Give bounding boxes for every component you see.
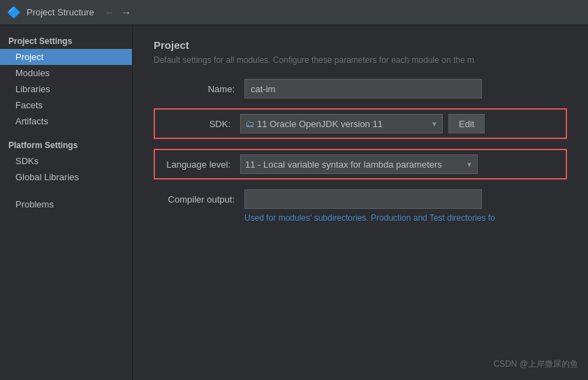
sidebar-item-global-libraries[interactable]: Global Libraries [0,169,132,185]
language-level-select[interactable]: 11 - Local variable syntax for lambda pa… [240,154,478,174]
sidebar-item-artifacts[interactable]: Artifacts [0,113,132,129]
sidebar-item-project[interactable]: Project [0,49,132,65]
platform-settings-header: Platform Settings [0,136,132,153]
sidebar-item-facets[interactable]: Facets [0,97,132,113]
content-area: Project Default settings for all modules… [133,25,588,380]
name-label: Name: [154,84,244,94]
forward-button[interactable]: → [119,6,133,20]
title-bar: 🔷 Project Structure ← → [0,0,588,25]
sidebar: Project Settings Project Modules Librari… [0,25,133,380]
sdk-select[interactable]: 🗂 11 Oracle OpenJDK version 11 ▼ [240,114,443,133]
sidebar-item-sdks[interactable]: SDKs [0,153,132,169]
compiler-output-row: Compiler output: [154,189,567,209]
back-button[interactable]: ← [103,6,117,20]
name-field [244,79,567,98]
sdk-dropdown-arrow: ▼ [431,120,438,128]
sidebar-item-problems[interactable]: Problems [0,196,132,212]
name-input[interactable] [244,79,482,98]
sidebar-item-libraries[interactable]: Libraries [0,81,132,97]
sdk-value: 11 Oracle OpenJDK version 11 [257,119,431,129]
app-icon: 🔷 [7,6,21,19]
content-title: Project [154,39,567,51]
language-level-label: Language level: [161,159,240,170]
compiler-output-label: Compiler output: [154,194,244,205]
compiler-hint: Used for modules' subdirectories. Produc… [244,213,567,223]
sidebar-item-modules[interactable]: Modules [0,65,132,81]
main-layout: Project Settings Project Modules Librari… [0,25,588,380]
nav-controls: ← → [103,6,133,20]
sdk-label: SDK: [161,119,240,129]
language-level-dropdown-arrow: ▼ [466,161,473,168]
language-level-row: Language level: 11 - Local variable synt… [154,149,567,180]
project-settings-header: Project Settings [0,32,132,49]
window-title: Project Structure [27,7,94,17]
content-subtitle: Default settings for all modules. Config… [154,55,567,65]
folder-icon: 🗂 [245,119,254,129]
sdk-row: SDK: 🗂 11 Oracle OpenJDK version 11 ▼ Ed… [154,108,567,139]
name-row: Name: [154,79,567,98]
language-level-value: 11 - Local variable syntax for lambda pa… [245,159,466,170]
sdk-edit-button[interactable]: Edit [448,114,485,133]
compiler-output-input[interactable] [244,189,482,209]
watermark: CSDN @上岸撒尿的鱼 [493,358,578,370]
